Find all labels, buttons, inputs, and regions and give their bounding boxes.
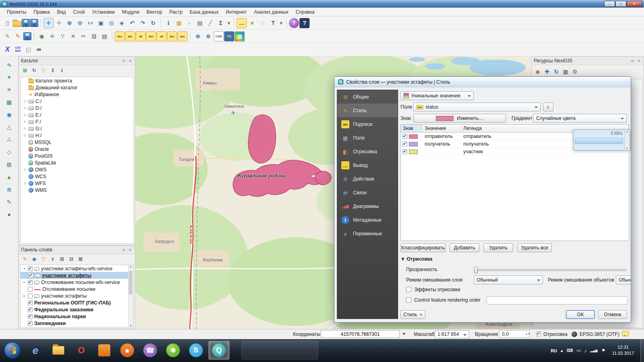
zoom-full-icon[interactable]: ▣ xyxy=(96,18,106,28)
wms-connection-icon[interactable]: ⊛ xyxy=(203,31,213,41)
layer-checkbox[interactable] xyxy=(28,300,33,305)
menu-layer[interactable]: Слой xyxy=(69,8,88,16)
vector-tool-5-icon[interactable]: ◉ xyxy=(4,109,14,119)
style-manager-icon[interactable]: ▦ xyxy=(235,31,245,41)
dialog-tab-metadata[interactable]: ℹМетаданные xyxy=(337,213,398,227)
column-header[interactable]: Знак xyxy=(401,125,423,132)
csw-icon[interactable]: CSW xyxy=(214,31,224,41)
vector-tool-6-icon[interactable]: △ xyxy=(4,122,14,132)
pan-map-icon[interactable]: ✛ xyxy=(43,18,54,28)
save-project-icon[interactable] xyxy=(22,19,30,27)
show-bookmarks-icon[interactable]: ☆ xyxy=(258,18,268,28)
window-taskbar-button[interactable] xyxy=(242,341,318,360)
rendering-section-header[interactable]: ▼ Отрисовка xyxy=(400,256,432,262)
scrollbar[interactable]: ▲▼ xyxy=(128,265,133,327)
menu-raster[interactable]: Растр xyxy=(166,8,186,16)
zoom-to-layer-icon[interactable]: ◈ xyxy=(117,18,127,28)
renderer-combo[interactable]: Уникальные значения xyxy=(400,91,474,100)
menu-analysis[interactable]: Анализ данных xyxy=(250,8,292,16)
filter-browser-icon[interactable]: ▽ xyxy=(39,66,47,74)
node-tool-icon[interactable]: ∵ xyxy=(58,31,68,41)
tray-expand-icon[interactable]: ▴ xyxy=(561,348,563,353)
vector-tool-3-icon[interactable]: ✳ xyxy=(4,84,14,95)
layer-checkbox[interactable] xyxy=(28,287,33,292)
layer-row[interactable]: Национальные парки xyxy=(21,313,133,320)
binoculars-search-icon[interactable]: ∞ xyxy=(34,45,44,55)
tree-item[interactable]: WMS xyxy=(21,187,133,193)
coordinates-input[interactable] xyxy=(321,330,400,338)
category-checkbox[interactable] xyxy=(402,142,407,146)
float-panel-icon[interactable]: ⊡ xyxy=(121,58,126,64)
tray-volume-icon[interactable]: ♪ xyxy=(584,348,587,353)
category-checkbox[interactable] xyxy=(402,134,407,139)
close-panel-icon[interactable]: ✕ xyxy=(636,58,642,64)
crs-label[interactable]: EPSG:3857 (OTF) xyxy=(580,331,619,337)
dialog-tab-rendering[interactable]: ◧Отрисовка xyxy=(337,145,398,158)
layer-blend-combo[interactable]: Обычный xyxy=(474,276,543,284)
expander-icon[interactable]: ▷ xyxy=(23,181,27,185)
tree-item[interactable]: WCS xyxy=(21,173,133,180)
pan-to-selection-icon[interactable]: ✛ xyxy=(54,18,64,28)
properties-icon[interactable]: ℹ xyxy=(58,66,66,74)
category-value[interactable]: получатель xyxy=(423,141,461,147)
tree-item[interactable]: PostGIS xyxy=(21,152,133,159)
tree-item[interactable]: Oracle xyxy=(21,146,133,152)
python-console-icon[interactable]: Py xyxy=(224,31,234,41)
delete-button[interactable]: Удалить xyxy=(483,243,513,252)
layer-checkbox[interactable] xyxy=(28,294,33,298)
tree-item[interactable]: ▷OWS xyxy=(21,166,133,173)
scale-combo[interactable]: 1:617 854 xyxy=(435,330,469,338)
tree-item[interactable]: ▷F:/ xyxy=(21,118,133,125)
maximize-button[interactable]: ▢ xyxy=(615,1,626,7)
change-label-icon[interactable]: abc xyxy=(178,31,188,41)
zoom-out-icon[interactable]: ⊖ xyxy=(75,18,85,28)
language-indicator[interactable]: RU xyxy=(551,348,557,353)
vector-tool-2-icon[interactable]: ✶ xyxy=(4,72,14,82)
save-project-as-icon[interactable] xyxy=(30,19,38,27)
open-project-icon[interactable] xyxy=(13,21,21,27)
classify-button[interactable]: Классифицировать xyxy=(400,243,446,252)
change-symbol-button[interactable]: Изменить… xyxy=(413,114,506,123)
zoom-to-selection-icon[interactable]: ◎ xyxy=(106,18,116,28)
category-swatch[interactable] xyxy=(409,134,418,139)
tray-keyboard-icon[interactable]: ⌨ xyxy=(567,348,573,353)
open-attribute-table-icon[interactable]: ▤ xyxy=(195,18,205,28)
float-panel-icon[interactable]: ⊡ xyxy=(630,58,635,64)
paste-features-icon[interactable]: ▤ xyxy=(99,31,109,41)
taskbar-clock[interactable]: 12:31 11.02.2017 xyxy=(608,344,638,356)
zoom-next-icon[interactable]: ↷ xyxy=(138,18,148,28)
toggle-editing-icon[interactable]: ✎ xyxy=(13,31,23,41)
expander-icon[interactable]: ▷ xyxy=(23,106,27,110)
zoom-in-icon[interactable]: ⊕ xyxy=(64,18,74,28)
style-menu-button[interactable]: Стиль▼ xyxy=(400,310,425,319)
vector-tool-12-icon[interactable]: ✎ xyxy=(4,197,14,207)
tree-item[interactable]: ▷G:/ xyxy=(21,125,133,132)
deselect-features-icon[interactable]: ▫ xyxy=(184,18,194,28)
layer-row[interactable]: Заповедники xyxy=(21,320,133,327)
annotation-menu-icon[interactable]: ▾ xyxy=(279,18,284,28)
filter-legend-icon[interactable]: ▽ xyxy=(39,255,47,263)
category-checkbox[interactable] xyxy=(402,149,407,154)
pin-labels-icon[interactable]: ab xyxy=(136,31,146,41)
close-panel-icon[interactable]: ✕ xyxy=(127,247,133,253)
tray-flag-icon[interactable]: ⚑ xyxy=(601,348,605,353)
category-swatch[interactable] xyxy=(409,142,418,146)
expander-icon[interactable]: ▸ xyxy=(23,280,26,284)
dialog-tab-actions[interactable]: ⚙Действия xyxy=(337,172,398,186)
gradient-combo[interactable]: Случайные цвета xyxy=(533,114,627,123)
qgis-taskbar-icon[interactable]: Q xyxy=(208,341,229,360)
manage-map-themes-icon[interactable]: ◉ xyxy=(30,255,38,263)
tree-item[interactable]: MSSQL xyxy=(21,139,133,146)
cancel-button[interactable]: Отмена xyxy=(598,310,627,319)
vector-tool-8-icon[interactable]: ◇ xyxy=(4,147,14,157)
select-features-icon[interactable]: ▦ xyxy=(174,18,184,28)
rendering-order-checkbox[interactable] xyxy=(406,297,411,302)
add-feature-icon[interactable]: ◉ xyxy=(37,31,47,41)
vector-tool-13-icon[interactable]: ● xyxy=(4,209,14,219)
column-header[interactable]: Значение xyxy=(423,125,461,132)
delete-all-button[interactable]: Удалить все xyxy=(517,243,552,252)
ok-button[interactable]: OK xyxy=(566,310,595,319)
expression-button[interactable]: ε xyxy=(543,103,553,111)
expander-icon[interactable]: ▷ xyxy=(23,168,27,171)
layer-checkbox[interactable] xyxy=(28,280,33,285)
